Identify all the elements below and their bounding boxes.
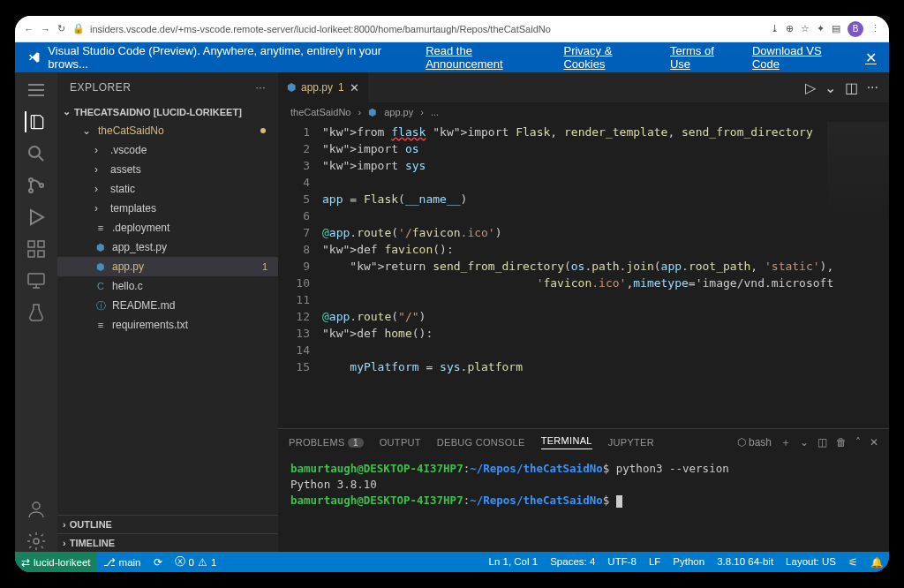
nav-back-icon[interactable]: ←: [24, 24, 34, 34]
info-banner: Visual Studio Code (Preview). Anywhere, …: [15, 42, 889, 72]
maximize-panel-icon[interactable]: ˄: [855, 436, 861, 449]
panel-tab-jupyter[interactable]: JUPYTER: [608, 437, 654, 448]
chevron-right-icon: ›: [94, 202, 105, 215]
language-mode[interactable]: Python: [667, 556, 711, 567]
settings-gear-icon[interactable]: [26, 531, 47, 552]
run-file-icon[interactable]: ▷: [805, 79, 816, 96]
tree-item[interactable]: ⓘREADME.md: [57, 296, 278, 315]
panel-tab-output[interactable]: OUTPUT: [380, 437, 421, 448]
feedback-icon[interactable]: ⚟: [842, 556, 864, 569]
extensions-icon[interactable]: ✦: [817, 23, 825, 34]
run-dropdown-icon[interactable]: ⌄: [825, 79, 836, 96]
profile-avatar[interactable]: B: [848, 21, 863, 37]
chevron-right-icon: ›: [63, 519, 66, 530]
python-file-icon: ⬢: [94, 242, 107, 253]
sync-button[interactable]: ⟳: [147, 552, 169, 572]
outline-section[interactable]: › OUTLINE: [57, 515, 278, 533]
svg-point-0: [29, 147, 40, 157]
split-editor-icon[interactable]: ◫: [845, 79, 858, 96]
breadcrumbs[interactable]: theCatSaidNo› ⬢app.py› ...: [278, 102, 889, 122]
tree-item[interactable]: ⬢app_test.py: [57, 237, 278, 257]
tree-item[interactable]: ›templates: [57, 199, 278, 218]
encoding[interactable]: UTF-8: [601, 556, 643, 567]
menu-icon[interactable]: [26, 79, 47, 101]
explorer-title: EXPLORER: [70, 81, 131, 94]
terminal-content[interactable]: bamurtaugh@DESKTOP-4I37HP7:~/Repos/theCa…: [278, 456, 889, 552]
tree-item[interactable]: ≡.deployment: [57, 218, 278, 237]
extensions-tab-icon[interactable]: [26, 238, 47, 260]
explorer-icon[interactable]: [25, 111, 46, 132]
svg-point-10: [34, 539, 39, 544]
notifications-icon[interactable]: 🔔: [864, 556, 889, 569]
activity-bar: [15, 72, 57, 552]
url-text: insiders.vscode.dev/+ms-vscode.remote-se…: [90, 24, 551, 34]
run-debug-icon[interactable]: [26, 207, 47, 228]
split-terminal-icon[interactable]: ◫: [817, 436, 827, 449]
translate-icon[interactable]: ⊕: [786, 23, 794, 34]
tab-app-py[interactable]: ⬢ app.py 1 ✕: [278, 72, 369, 102]
svg-rect-6: [28, 251, 34, 257]
panel-tab-debug[interactable]: DEBUG CONSOLE: [437, 437, 525, 448]
status-bar: ⇄ lucid-lorikeet ⎇main ⟳ ⓧ0 ⚠1 Ln 1, Col…: [15, 552, 889, 572]
explorer-more-icon[interactable]: ···: [255, 81, 266, 94]
editor-more-icon[interactable]: ···: [867, 79, 878, 95]
panel-tab-problems[interactable]: PROBLEMS 1: [289, 437, 364, 448]
search-icon[interactable]: [26, 143, 47, 164]
keyboard-layout[interactable]: Layout: US: [780, 556, 842, 567]
svg-rect-5: [38, 241, 44, 247]
panel-tab-terminal[interactable]: TERMINAL: [541, 435, 592, 449]
remote-icon: ⇄: [21, 556, 30, 569]
address-bar[interactable]: 🔒 insiders.vscode.dev/+ms-vscode.remote-…: [72, 23, 764, 34]
trash-icon[interactable]: 🗑: [836, 436, 847, 449]
tree-item[interactable]: ›.vscode: [57, 140, 278, 160]
terminal-dropdown-icon[interactable]: ⌄: [800, 436, 809, 449]
svg-rect-8: [28, 274, 44, 284]
python-interpreter[interactable]: 3.8.10 64-bit: [711, 556, 780, 567]
tree-item[interactable]: Chello.c: [57, 276, 278, 296]
tree-item[interactable]: ›assets: [57, 160, 278, 179]
link-terms[interactable]: Terms of Use: [670, 44, 734, 71]
source-control-icon[interactable]: [26, 175, 47, 196]
python-file-icon: ⬢: [94, 261, 107, 273]
accounts-icon[interactable]: [26, 499, 47, 520]
editor-tabs: ⬢ app.py 1 ✕ ▷ ⌄ ◫ ···: [278, 72, 889, 102]
code-editor[interactable]: 123456789101112131415 "kw">from flask "k…: [278, 122, 889, 428]
close-panel-icon[interactable]: ✕: [870, 436, 878, 449]
chevron-right-icon: ›: [94, 183, 105, 195]
remote-indicator[interactable]: ⇄ lucid-lorikeet: [15, 552, 97, 572]
browser-menu-icon[interactable]: ⋮: [870, 23, 880, 34]
folder-header[interactable]: ⌄ THECATSAIDNO [LUCID-LORIKEET]: [57, 102, 278, 121]
warning-icon: ⚠: [198, 556, 207, 569]
error-icon: ⓧ: [175, 555, 185, 569]
nav-forward-icon[interactable]: →: [41, 24, 50, 34]
tree-item[interactable]: ⬢app.py1: [57, 257, 278, 276]
indentation[interactable]: Spaces: 4: [544, 556, 601, 567]
remote-explorer-icon[interactable]: [26, 270, 47, 291]
install-icon[interactable]: ⤓: [771, 23, 779, 34]
tab-close-icon[interactable]: ✕: [350, 81, 359, 94]
chevron-right-icon: ›: [94, 144, 105, 156]
eol[interactable]: LF: [643, 556, 667, 567]
terminal-shell-label[interactable]: ⬡ bash: [737, 436, 772, 449]
nav-reload-icon[interactable]: ↻: [57, 23, 65, 34]
star-icon[interactable]: ☆: [801, 23, 810, 34]
banner-close-icon[interactable]: ✕: [865, 49, 877, 66]
reading-list-icon[interactable]: ▤: [832, 23, 840, 34]
new-terminal-icon[interactable]: ＋: [780, 435, 791, 450]
browser-toolbar: ← → ↻ 🔒 insiders.vscode.dev/+ms-vscode.r…: [15, 16, 889, 42]
link-download[interactable]: Download VS Code: [752, 44, 848, 71]
terminal-cursor: [616, 495, 622, 508]
chevron-down-icon: ⌄: [82, 124, 93, 137]
testing-icon[interactable]: [26, 302, 47, 323]
cursor-position[interactable]: Ln 1, Col 1: [483, 556, 545, 567]
link-privacy[interactable]: Privacy & Cookies: [563, 44, 652, 71]
tree-item[interactable]: ›static: [57, 179, 278, 199]
link-announcement[interactable]: Read the Announcement: [426, 44, 546, 71]
git-branch[interactable]: ⎇main: [97, 552, 147, 572]
timeline-section[interactable]: › TIMELINE: [57, 533, 278, 552]
problems-counter[interactable]: ⓧ0 ⚠1: [169, 552, 223, 572]
tree-item[interactable]: ≡requirements.txt: [57, 315, 278, 335]
tree-project[interactable]: ⌄ theCatSaidNo: [57, 121, 278, 140]
minimap[interactable]: [827, 122, 889, 228]
chevron-right-icon: ›: [63, 538, 66, 548]
